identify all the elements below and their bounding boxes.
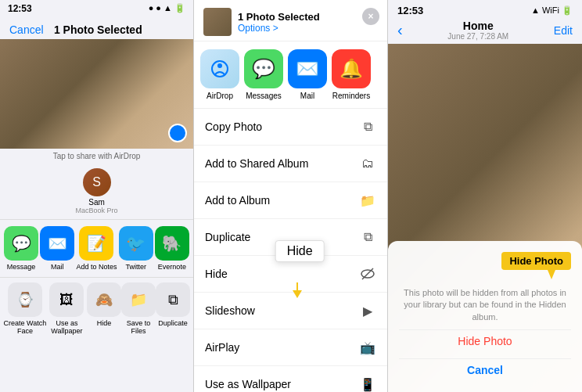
- menu-hide[interactable]: Hide Hide: [194, 256, 387, 293]
- app-mail-label: Mail: [51, 263, 64, 271]
- message-icon: 💬: [4, 226, 38, 261]
- hide-icon: 🙈: [87, 282, 121, 317]
- hide-menu-icon: [359, 265, 376, 282]
- share-icons-row: AirDrop 💬 Messages ✉️ Mail 🔔 Reminders: [194, 41, 387, 109]
- app-notes[interactable]: 📝 Add to Notes: [76, 226, 117, 271]
- app-notes-label: Add to Notes: [76, 263, 117, 271]
- options-link[interactable]: Options >: [238, 23, 320, 34]
- close-button[interactable]: ×: [362, 8, 379, 25]
- hide-description: This photo will be hidden from all photo…: [399, 287, 571, 323]
- slideshow-icon: ▶: [359, 302, 376, 319]
- app-mail[interactable]: ✉️ Mail: [40, 226, 74, 271]
- action-save-files[interactable]: 📁 Save to Files: [121, 282, 156, 335]
- status-time-1: 12:53: [8, 3, 32, 14]
- app-evernote-label: Evernote: [158, 263, 186, 271]
- panel3-navigation: ‹ Home June 27, 7:28 AM Edit: [388, 18, 582, 44]
- duplicate-icon: ⧉: [156, 282, 190, 317]
- menu-airplay[interactable]: AirPlay 📺: [194, 329, 387, 366]
- status-time-3: 12:53: [397, 5, 423, 16]
- action-hide[interactable]: 🙈 Hide: [87, 282, 121, 335]
- reminders-share-label: Reminders: [332, 92, 370, 100]
- messages-share-label: Messages: [246, 92, 282, 100]
- mail-share-label: Mail: [300, 92, 314, 100]
- evernote-icon: 🐘: [155, 226, 189, 261]
- share-messages[interactable]: 💬 Messages: [244, 49, 283, 100]
- airplay-label: AirPlay: [205, 341, 359, 354]
- menu-add-album[interactable]: Add to Album 📁: [194, 182, 387, 219]
- use-as-wallpaper-icon: 📱: [359, 376, 376, 392]
- twitter-icon: 🐦: [119, 226, 153, 261]
- share-reminders[interactable]: 🔔 Reminders: [332, 49, 371, 100]
- airplay-icon: 📺: [359, 339, 376, 356]
- action-wallpaper[interactable]: 🖼 Use as Wallpaper: [47, 282, 87, 335]
- menu-add-shared-album[interactable]: Add to Shared Album 🗂: [194, 146, 387, 182]
- menu-use-as-wallpaper[interactable]: Use as Wallpaper 📱: [194, 366, 387, 392]
- app-evernote[interactable]: 🐘 Evernote: [155, 226, 189, 271]
- reminders-share-icon: 🔔: [332, 49, 371, 88]
- wallpaper-label: Use as Wallpaper: [47, 319, 87, 335]
- menu-slideshow[interactable]: Slideshow ▶: [194, 293, 387, 329]
- edit-button[interactable]: Edit: [554, 24, 573, 37]
- nav-title: Home: [463, 20, 494, 32]
- messages-share-icon: 💬: [244, 49, 283, 88]
- add-shared-album-icon: 🗂: [359, 155, 376, 172]
- hide-label-p1: Hide: [97, 319, 112, 327]
- app-twitter-label: Twitter: [125, 263, 146, 271]
- share-mail[interactable]: ✉️ Mail: [288, 49, 327, 100]
- save-files-icon: 📁: [121, 282, 156, 317]
- use-as-wallpaper-label: Use as Wallpaper: [205, 378, 359, 390]
- mail-share-icon: ✉️: [288, 49, 327, 88]
- cancel-button-p3[interactable]: Cancel: [399, 358, 571, 381]
- profile-section: S Sam MacBook Pro: [0, 164, 193, 219]
- panel1-title: 1 Photo Selected: [54, 23, 142, 36]
- slideshow-label: Slideshow: [205, 304, 359, 317]
- hide-photo-overlay: Hide Photo This photo will be hidden fro…: [388, 241, 582, 392]
- app-message-label: Message: [7, 263, 36, 271]
- photo-preview-1: [0, 39, 193, 149]
- menu-copy-photo[interactable]: Copy Photo ⧉: [194, 109, 387, 146]
- photo-area: Hide Photo This photo will be hidden fro…: [388, 44, 582, 392]
- action-duplicate[interactable]: ⧉ Duplicate: [156, 282, 190, 335]
- hide-menu-label: Hide: [205, 268, 359, 280]
- panel2-share-options: 1 Photo Selected Options > × AirDrop 💬 M…: [194, 0, 388, 392]
- add-album-label: Add to Album: [205, 194, 359, 207]
- hide-photo-badge-text: Hide Photo: [509, 255, 563, 267]
- nav-title-group: Home June 27, 7:28 AM: [447, 20, 508, 41]
- app-twitter[interactable]: 🐦 Twitter: [119, 226, 153, 271]
- profile-sub: MacBook Pro: [75, 207, 117, 214]
- copy-photo-label: Copy Photo: [205, 120, 359, 133]
- save-files-label: Save to Files: [121, 319, 156, 335]
- hide-photo-button[interactable]: Hide Photo: [399, 329, 571, 352]
- duplicate-label: Duplicate: [158, 319, 188, 327]
- back-button[interactable]: ‹: [397, 21, 403, 39]
- app-message[interactable]: 💬 Message: [4, 226, 38, 271]
- app-row: 💬 Message ✉️ Mail 📝 Add to Notes 🐦 Twitt…: [0, 219, 193, 277]
- status-icons-3: ▲ WiFi 🔋: [531, 5, 573, 16]
- status-icons-1: ● ● ▲ 🔋: [149, 3, 185, 14]
- svg-point-1: [217, 63, 222, 68]
- nav-subtitle: June 27, 7:28 AM: [447, 32, 508, 41]
- panel2-title: 1 Photo Selected: [238, 11, 320, 23]
- action-watch-face[interactable]: ⌚ Create Watch Face: [3, 282, 47, 335]
- airdrop-hint: Tap to share with AirDrop: [0, 149, 193, 164]
- hide-photo-badge: Hide Photo: [501, 252, 571, 270]
- cancel-button[interactable]: Cancel: [9, 23, 44, 36]
- add-shared-album-label: Add to Shared Album: [205, 157, 359, 170]
- add-album-icon: 📁: [359, 192, 376, 209]
- panel1-header: Cancel 1 Photo Selected: [0, 17, 193, 39]
- panel2-thumbnail: [203, 8, 232, 36]
- panel1-airdrop-share: 12:53 ● ● ▲ 🔋 Cancel 1 Photo Selected Ta…: [0, 0, 194, 392]
- watch-face-icon: ⌚: [8, 282, 42, 317]
- status-bar-3: 12:53 ▲ WiFi 🔋: [388, 0, 582, 18]
- bottom-actions-row: ⌚ Create Watch Face 🖼 Use as Wallpaper 🙈…: [0, 277, 193, 340]
- watch-face-label: Create Watch Face: [3, 319, 47, 335]
- duplicate-menu-icon: ⧉: [359, 228, 376, 246]
- status-bar-1: 12:53 ● ● ▲ 🔋: [0, 0, 193, 17]
- airdrop-share-label: AirDrop: [207, 92, 233, 100]
- panel2-header: 1 Photo Selected Options > ×: [194, 0, 387, 41]
- avatar: S: [83, 168, 111, 196]
- notes-icon: 📝: [79, 226, 113, 261]
- profile-name: Sam: [88, 198, 105, 207]
- share-airdrop[interactable]: AirDrop: [200, 49, 239, 100]
- panel3-hide-photo: 12:53 ▲ WiFi 🔋 ‹ Home June 27, 7:28 AM E…: [388, 0, 582, 392]
